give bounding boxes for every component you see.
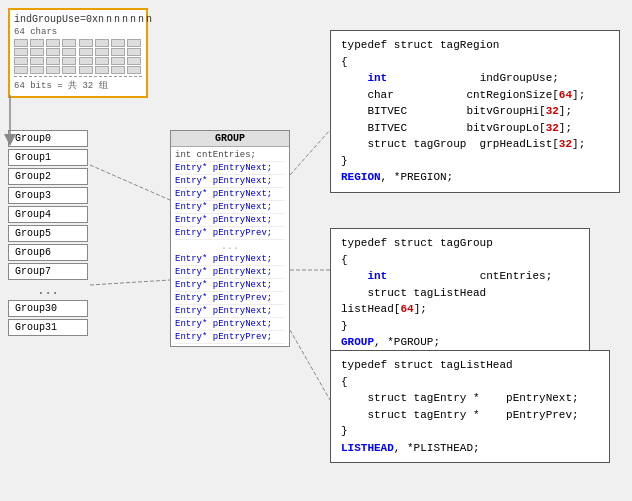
mem-cell bbox=[30, 48, 44, 56]
code-line: { bbox=[341, 54, 609, 71]
group-panel-entries: int cntEntries; Entry* pEntryNext; Entry… bbox=[171, 147, 289, 346]
mem-title-text: indGroupUse=0x bbox=[14, 14, 98, 25]
code-line: REGION, *PREGION; bbox=[341, 169, 609, 186]
mem-cell bbox=[14, 57, 28, 65]
mem-cell bbox=[46, 39, 60, 47]
code-line: LISTHEAD, *PLISTHEAD; bbox=[341, 440, 599, 457]
list-item: Entry* pEntryNext; bbox=[175, 201, 285, 214]
code-line: } bbox=[341, 153, 609, 170]
list-item: Entry* pEntryNext; bbox=[175, 214, 285, 227]
mem-cell bbox=[127, 66, 141, 74]
code-line: } bbox=[341, 423, 599, 440]
mem-grid bbox=[14, 39, 142, 74]
mem-cell bbox=[14, 48, 28, 56]
code-box-tagregion: typedef struct tagRegion { int indGroupU… bbox=[330, 30, 620, 193]
mem-cell bbox=[95, 57, 109, 65]
mem-cell bbox=[46, 57, 60, 65]
mem-cell bbox=[46, 66, 60, 74]
list-item: Entry* pEntryNext; bbox=[175, 305, 285, 318]
code-line: char cntRegionSize[64]; bbox=[341, 87, 609, 104]
mem-cell bbox=[62, 66, 76, 74]
mem-cell bbox=[95, 39, 109, 47]
svg-line-3 bbox=[290, 130, 330, 175]
code-line: typedef struct tagListHead bbox=[341, 357, 599, 374]
list-item: Group0 bbox=[8, 130, 88, 147]
mem-cell bbox=[14, 66, 28, 74]
mem-cell bbox=[30, 66, 44, 74]
list-item: Group2 bbox=[8, 168, 88, 185]
mem-cell bbox=[30, 39, 44, 47]
code-box-taggroup: typedef struct tagGroup { int cntEntries… bbox=[330, 228, 590, 358]
mem-cell bbox=[62, 57, 76, 65]
list-item: Entry* pEntryNext; bbox=[175, 162, 285, 175]
list-item: Group5 bbox=[8, 225, 88, 242]
code-line: struct tagEntry * pEntryNext; bbox=[341, 390, 599, 407]
code-line: struct tagListHead listHead[64]; bbox=[341, 285, 579, 318]
mem-cell bbox=[111, 57, 125, 65]
list-item: Group1 bbox=[8, 149, 88, 166]
mem-cell bbox=[127, 39, 141, 47]
list-item: Entry* pEntryNext; bbox=[175, 188, 285, 201]
mem-cell bbox=[62, 48, 76, 56]
list-item: Group30 bbox=[8, 300, 88, 317]
mem-cell bbox=[79, 66, 93, 74]
list-item: Group7 bbox=[8, 263, 88, 280]
list-ellipsis: ... bbox=[8, 282, 88, 300]
group-list: Group0 Group1 Group2 Group3 Group4 Group… bbox=[8, 130, 88, 338]
mem-64chars-label: 64 chars bbox=[14, 27, 142, 37]
mem-cell bbox=[62, 39, 76, 47]
mem-cell bbox=[30, 57, 44, 65]
code-line: GROUP, *PGROUP; bbox=[341, 334, 579, 351]
mem-title-suffix: nnnnnnn bbox=[98, 14, 154, 25]
list-item: Group3 bbox=[8, 187, 88, 204]
svg-line-2 bbox=[90, 280, 170, 285]
list-item: Group31 bbox=[8, 319, 88, 336]
code-line: typedef struct tagGroup bbox=[341, 235, 579, 252]
mem-cell bbox=[79, 57, 93, 65]
memory-panel: indGroupUse=0xnnnnnnn 64 chars bbox=[8, 8, 148, 98]
code-line: int cntEntries; bbox=[341, 268, 579, 285]
group-panel-title: GROUP bbox=[171, 131, 289, 147]
list-item: Entry* pEntryNext; bbox=[175, 175, 285, 188]
code-line: int indGroupUse; bbox=[341, 70, 609, 87]
list-item: Entry* pEntryPrev; bbox=[175, 292, 285, 305]
mem-title: indGroupUse=0xnnnnnnn bbox=[14, 14, 142, 25]
code-box-taglisthead: typedef struct tagListHead { struct tagE… bbox=[330, 350, 610, 463]
list-item: Entry* pEntryNext; bbox=[175, 266, 285, 279]
group-panel: GROUP int cntEntries; Entry* pEntryNext;… bbox=[170, 130, 290, 347]
list-item: Group6 bbox=[8, 244, 88, 261]
list-item: Entry* pEntryPrev; bbox=[175, 331, 285, 344]
code-line: BITVEC bitvGroupHi[32]; bbox=[341, 103, 609, 120]
list-item: Entry* pEntryNext; bbox=[175, 318, 285, 331]
mem-cell bbox=[111, 48, 125, 56]
svg-line-5 bbox=[290, 330, 330, 400]
mem-cell bbox=[95, 48, 109, 56]
mem-cell bbox=[127, 48, 141, 56]
mem-cell bbox=[79, 48, 93, 56]
mem-cell bbox=[95, 66, 109, 74]
list-ellipsis: ... bbox=[175, 240, 285, 253]
mem-cell bbox=[111, 66, 125, 74]
mem-cell bbox=[111, 39, 125, 47]
mem-cell bbox=[46, 48, 60, 56]
mem-cell bbox=[127, 57, 141, 65]
svg-line-1 bbox=[90, 165, 170, 200]
mem-cell bbox=[79, 39, 93, 47]
code-line: struct tagEntry * pEntryPrev; bbox=[341, 407, 599, 424]
list-item: Entry* pEntryNext; bbox=[175, 253, 285, 266]
list-item: Group4 bbox=[8, 206, 88, 223]
code-line: { bbox=[341, 374, 599, 391]
mem-bits-info: 64 bits = 共 32 组 bbox=[14, 79, 142, 92]
code-line: } bbox=[341, 318, 579, 335]
code-line: { bbox=[341, 252, 579, 269]
list-item: Entry* pEntryNext; bbox=[175, 279, 285, 292]
list-item: Entry* pEntryPrev; bbox=[175, 227, 285, 240]
mem-cell bbox=[14, 39, 28, 47]
code-line: typedef struct tagRegion bbox=[341, 37, 609, 54]
list-item: int cntEntries; bbox=[175, 149, 285, 162]
code-line: struct tagGroup grpHeadList[32]; bbox=[341, 136, 609, 153]
code-line: BITVEC bitvGroupLo[32]; bbox=[341, 120, 609, 137]
mem-separator bbox=[14, 76, 142, 77]
